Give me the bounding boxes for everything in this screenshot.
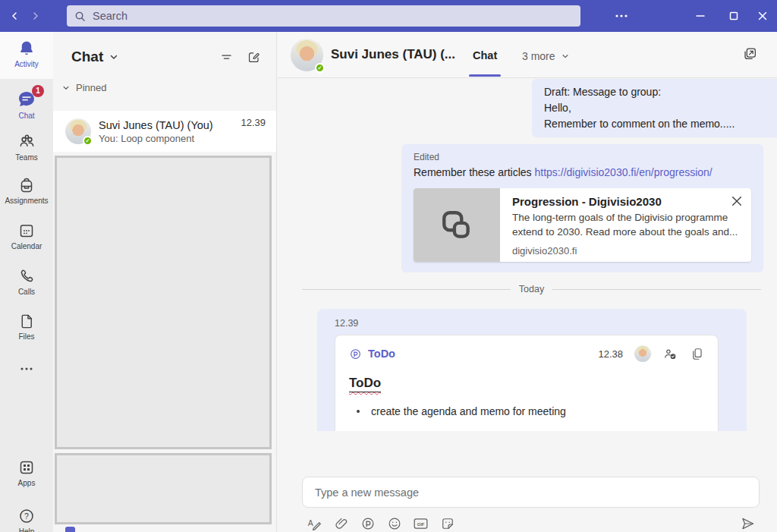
link-preview-card[interactable]: Progression - Digivisio2030 The long-ter… <box>414 188 751 262</box>
maximize-button[interactable] <box>721 5 747 27</box>
ellipsis-icon <box>615 14 628 18</box>
link-domain: digivisio2030.fi <box>512 245 742 257</box>
shared-with-people-icon[interactable] <box>662 346 678 361</box>
message-bubble-draft: Draft: Message to group: Hello, Remember… <box>532 79 777 137</box>
help-icon: ? <box>17 507 36 525</box>
sidebar-item-help[interactable]: ? Help <box>0 507 53 532</box>
message-scroll-area[interactable]: Draft: Message to group: Hello, Remember… <box>278 78 777 431</box>
rail-label: Apps <box>18 479 36 487</box>
message-text: Remember these articles <box>414 166 535 178</box>
message-input[interactable] <box>302 477 760 508</box>
bullet-dot <box>357 410 360 413</box>
rail-label: Help <box>19 527 35 532</box>
message-input-field[interactable] <box>303 477 759 507</box>
svg-text:GIF: GIF <box>417 522 425 527</box>
pinned-section-header[interactable]: Pinned <box>53 82 276 93</box>
link-description: The long-term goals of the Digivisio pro… <box>512 210 742 239</box>
format-icon[interactable]: A <box>307 515 322 531</box>
chat-list-item-suvi[interactable]: Suvi Junes (TAU) (You) You: Loop compone… <box>53 111 276 152</box>
search-input[interactable]: Search <box>67 5 580 27</box>
copy-icon[interactable] <box>689 346 704 361</box>
minimize-icon <box>696 11 705 20</box>
active-tab-underline <box>469 74 501 77</box>
sticker-icon[interactable] <box>439 515 455 531</box>
message-time: 12.39 <box>335 318 719 329</box>
phone-icon <box>17 267 36 285</box>
sidebar-item-teams[interactable]: Teams <box>0 132 53 162</box>
rail-label: Assignments <box>5 197 48 205</box>
avatar <box>634 345 651 362</box>
file-icon <box>18 313 36 330</box>
redacted-chat-list-block <box>55 453 272 524</box>
link-chain-icon <box>439 208 474 243</box>
pinned-label: Pinned <box>76 82 106 93</box>
loop-app-name[interactable]: ToDo <box>368 348 395 360</box>
rail-label: Chat <box>18 112 34 120</box>
attach-icon[interactable] <box>333 515 349 531</box>
divider-line <box>302 289 511 290</box>
redacted-chat-list-block <box>55 156 272 449</box>
loop-component-card: ToDo 12.38 ToDo create t <box>335 335 719 431</box>
sidebar-item-calls[interactable]: Calls <box>0 267 53 296</box>
search-placeholder: Search <box>93 10 127 22</box>
compose-toolbar: A GIF <box>307 515 455 531</box>
rail-label: Activity <box>14 60 39 68</box>
activity-bell-icon <box>17 39 36 58</box>
sidebar-item-files[interactable]: Files <box>0 313 53 341</box>
todo-list-item[interactable]: create the agenda and memo for meeting <box>349 405 704 417</box>
conversation-pane: Suvi Junes (TAU) (... Chat 3 more Draft:… <box>278 32 777 532</box>
tab-more-dropdown[interactable]: 3 more <box>522 50 569 62</box>
chat-list-header: Chat <box>53 32 276 65</box>
message-link[interactable]: https://digivisio2030.fi/en/progression/ <box>535 166 713 178</box>
message-line: Hello, <box>544 100 765 116</box>
message-bubble-loop: 12.39 ToDo 12.38 <box>317 309 747 431</box>
sidebar-item-activity[interactable]: Activity <box>0 39 53 68</box>
loop-card-header: ToDo 12.38 <box>349 345 704 362</box>
emoji-icon[interactable] <box>386 515 402 531</box>
conversation-title: Suvi Junes (TAU) (... <box>331 47 455 62</box>
chat-item-preview: You: Loop component <box>99 133 213 144</box>
sidebar-item-assignments[interactable]: Assignments <box>0 176 53 205</box>
ellipsis-icon <box>19 366 34 372</box>
close-icon[interactable] <box>731 195 743 207</box>
conversation-header: Suvi Junes (TAU) (... Chat 3 more <box>278 32 777 78</box>
send-message-button[interactable] <box>740 515 756 532</box>
gif-icon[interactable]: GIF <box>413 515 429 531</box>
edited-label: Edited <box>414 152 751 162</box>
new-chat-icon[interactable] <box>246 49 261 65</box>
popout-chat-icon[interactable] <box>741 45 759 63</box>
conversation-avatar[interactable] <box>291 39 323 71</box>
loop-icon <box>349 348 362 360</box>
chat-item-time: 12.39 <box>241 117 266 128</box>
message-line: Remember to comment on the memo..... <box>544 116 765 132</box>
filter-icon[interactable] <box>219 49 234 65</box>
sidebar-item-chat[interactable]: 1 Chat <box>0 90 53 120</box>
rail-label: Calls <box>18 288 35 296</box>
svg-text:A: A <box>308 518 313 527</box>
sidebar-item-apps[interactable]: Apps <box>0 458 53 487</box>
clipped-element <box>65 527 75 532</box>
link-preview-body: Progression - Digivisio2030 The long-ter… <box>500 188 751 262</box>
chevron-down-icon <box>562 52 569 60</box>
close-button[interactable] <box>750 5 775 27</box>
link-title: Progression - Digivisio2030 <box>512 195 742 208</box>
todo-item-text: create the agenda and memo for meeting <box>371 405 566 417</box>
rail-more-button[interactable] <box>0 366 53 372</box>
nav-forward-button[interactable] <box>27 8 44 24</box>
chevron-down-icon[interactable] <box>109 52 118 61</box>
message-bubble-edited: Edited Remember these articles https://d… <box>401 144 763 272</box>
app-rail: Activity 1 Chat Teams Assignments Calend… <box>0 32 53 532</box>
search-icon <box>74 11 86 22</box>
presence-available-badge <box>83 136 93 146</box>
loop-icon[interactable] <box>360 515 376 531</box>
nav-back-button[interactable] <box>6 8 23 24</box>
rail-label: Calendar <box>11 242 42 250</box>
message-line: Draft: Message to group: <box>544 84 765 100</box>
tab-chat[interactable]: Chat <box>473 49 497 61</box>
maximize-icon <box>729 11 738 20</box>
sidebar-item-calendar[interactable]: Calendar <box>0 222 53 250</box>
titlebar-more-button[interactable] <box>612 10 631 22</box>
chat-bubble-icon: 1 <box>17 90 36 109</box>
titlebar: Search <box>0 0 777 32</box>
minimize-button[interactable] <box>687 5 713 27</box>
